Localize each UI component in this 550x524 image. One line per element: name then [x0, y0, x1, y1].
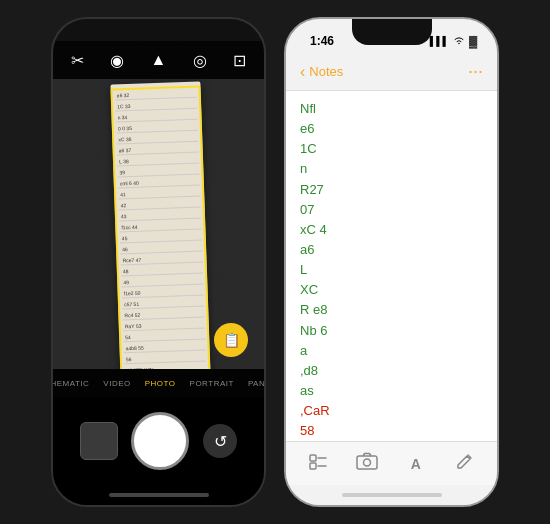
- checklist-icon: [308, 451, 328, 476]
- camera-top-bar: ✂ ◉ ▲ ◎ ⊡: [53, 41, 264, 79]
- wifi-icon: [453, 35, 465, 47]
- battery-icon: ▓: [469, 35, 477, 47]
- note-line-1: e6: [300, 119, 483, 139]
- more-button[interactable]: ···: [468, 61, 483, 82]
- note-line-10: R e8: [300, 300, 483, 320]
- mode-pano[interactable]: PANO: [248, 379, 266, 388]
- live-photo-icon[interactable]: ◉: [110, 51, 124, 70]
- shutter-inner: [135, 416, 185, 466]
- note-line-7: a6: [300, 240, 483, 260]
- mode-portrait[interactable]: PORTRAIT: [190, 379, 234, 388]
- camera-icon: [356, 452, 378, 475]
- left-phone-notch: [124, 19, 194, 41]
- mode-photo[interactable]: PHOTO: [145, 379, 176, 388]
- note-line-5: 07: [300, 200, 483, 220]
- svg-rect-0: [310, 455, 316, 461]
- notes-content: Nfle61CnR2707xC 4a6LXCR e8Nb 6a,d8as,CaR…: [286, 91, 497, 441]
- back-button[interactable]: ‹ Notes: [300, 63, 343, 81]
- mode-thematic[interactable]: THEMATIC: [51, 379, 89, 388]
- camera-modes-bar: THEMATIC VIDEO PHOTO PORTRAIT PANO: [53, 369, 264, 397]
- svg-rect-2: [310, 463, 316, 469]
- markup-icon: A: [411, 456, 421, 472]
- right-phone: 1:46 ▌▌▌ ▓ ‹ Notes ··· Nfle61CnR2707xC 4…: [284, 17, 499, 507]
- status-icons: ▌▌▌ ▓: [430, 35, 477, 47]
- svg-rect-4: [357, 456, 377, 469]
- flip-icon: ↺: [214, 432, 227, 451]
- back-label: Notes: [309, 64, 343, 79]
- markup-button[interactable]: A: [398, 446, 434, 482]
- left-phone: ✂ ◉ ▲ ◎ ⊡ e6 32 1C 33 n 34 0 0 35 xC 36 …: [51, 17, 266, 507]
- note-line-13: ,d8: [300, 361, 483, 381]
- note-line-15: ,CaR: [300, 401, 483, 421]
- thumbnail-preview[interactable]: [80, 422, 118, 460]
- note-line-2: 1C: [300, 139, 483, 159]
- shutter-button[interactable]: [131, 412, 189, 470]
- compose-button[interactable]: [447, 446, 483, 482]
- note-line-14: as: [300, 381, 483, 401]
- note-line-12: a: [300, 341, 483, 361]
- status-time: 1:46: [310, 34, 334, 48]
- camera-controls: ↺: [53, 397, 264, 485]
- note-line-11: Nb 6: [300, 321, 483, 341]
- left-home-indicator: [53, 485, 264, 505]
- timer-icon[interactable]: ◎: [193, 51, 207, 70]
- note-line-3: n: [300, 159, 483, 179]
- compose-icon: [455, 451, 475, 476]
- aspect-icon[interactable]: ⊡: [233, 51, 246, 70]
- left-home-bar: [109, 493, 209, 497]
- note-line-4: R27: [300, 180, 483, 200]
- scan-highlight: [110, 86, 211, 369]
- scan-badge-icon: 📋: [223, 332, 240, 348]
- signal-icon: ▌▌▌: [430, 36, 449, 46]
- mode-video[interactable]: VIDEO: [103, 379, 130, 388]
- note-line-9: XC: [300, 280, 483, 300]
- note-line-8: L: [300, 260, 483, 280]
- right-home-bar: [342, 493, 442, 497]
- back-chevron-icon: ‹: [300, 63, 305, 81]
- camera-button[interactable]: [349, 446, 385, 482]
- note-line-0: Nfl: [300, 99, 483, 119]
- right-home-indicator: [286, 485, 497, 505]
- svg-point-5: [364, 459, 371, 466]
- notes-navigation: ‹ Notes ···: [286, 53, 497, 91]
- flip-camera-button[interactable]: ↺: [203, 424, 237, 458]
- note-line-16: 58: [300, 421, 483, 441]
- scan-badge[interactable]: 📋: [214, 323, 248, 357]
- more-icon: ···: [468, 61, 483, 81]
- checklist-button[interactable]: [300, 446, 336, 482]
- chevron-up-icon[interactable]: ▲: [151, 51, 167, 69]
- camera-viewfinder: e6 32 1C 33 n 34 0 0 35 xC 36 a6 37 L 38…: [53, 79, 264, 369]
- scissors-icon[interactable]: ✂: [71, 51, 84, 70]
- notes-toolbar: A: [286, 441, 497, 485]
- right-phone-notch: [352, 19, 432, 45]
- note-line-6: xC 4: [300, 220, 483, 240]
